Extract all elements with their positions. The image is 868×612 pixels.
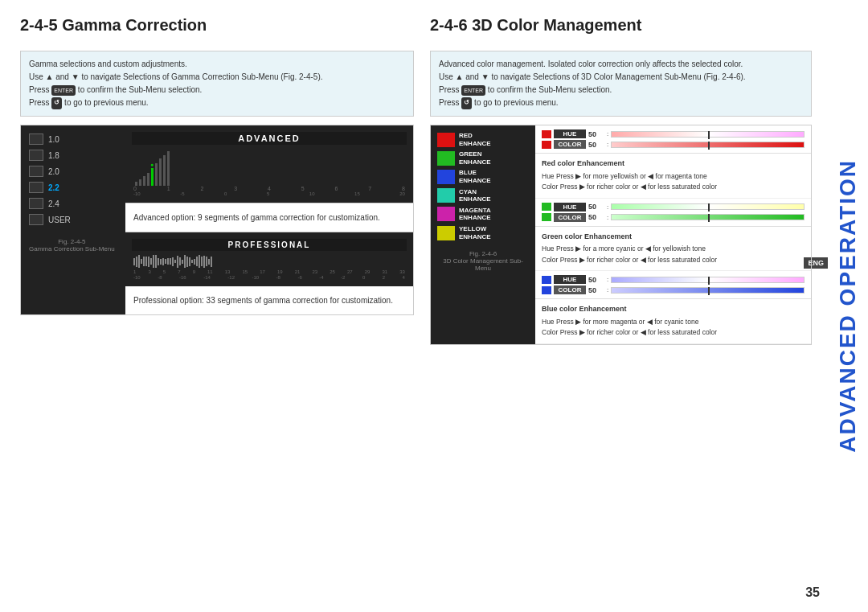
gamma-label-10: 1.0	[48, 135, 59, 144]
color-info-box: Advanced color management. Isolated colo…	[430, 51, 812, 117]
main-content: 2-4-5 Gamma Correction 2-4-6 3D Color Ma…	[0, 0, 828, 612]
blue-color-marker	[708, 287, 710, 295]
green-color-desc: Color Press ▶ for richer color or ◀ for …	[542, 255, 805, 266]
color-label-yellow: YELLOWENHANCE	[459, 225, 491, 240]
color-item-cyan[interactable]: CYANENHANCE	[437, 188, 529, 203]
green-indicator	[542, 203, 551, 211]
gamma-label-user: USER	[48, 216, 71, 224]
enter-icon: ENTER	[51, 85, 76, 96]
color-item-red[interactable]: REDENHANCE	[437, 132, 529, 147]
colon6: :	[607, 286, 608, 294]
green-desc-area: Green color Enhancement Hue Press ▶ for …	[535, 227, 811, 272]
right-section-title: 2-4-6 3D Color Management	[430, 16, 812, 35]
blue-hue-marker	[708, 277, 710, 285]
red-desc-title: Red color Enhancement	[542, 158, 805, 170]
color-swatch-cyan	[437, 188, 455, 203]
color-info-line4: Press ↺ to go to previous menu.	[439, 97, 803, 109]
green-hue-label: HUE	[554, 203, 586, 212]
professional-panel: PROFESSIONAL (function() { var bars = []…	[125, 232, 413, 286]
color-swatch-red	[437, 133, 455, 147]
color-item-magenta[interactable]: MAGENTAENHANCE	[437, 207, 529, 222]
color-item-green[interactable]: GREENENHANCE	[437, 150, 529, 166]
color-info-line2: Use ▲ and ▼ to navigate Selections of 3D…	[439, 71, 803, 84]
gamma-right: ADVANCED ●	[125, 125, 413, 314]
color-swatch-magenta	[437, 207, 455, 221]
color-label-red: REDENHANCE	[459, 132, 491, 147]
back-icon: ↺	[51, 97, 62, 109]
blue-color-label: COLOR	[554, 285, 586, 294]
professional-desc: Professional option: 33 segments of gamm…	[125, 286, 413, 314]
gamma-label-18: 1.8	[48, 151, 59, 160]
blue-indicator	[542, 276, 551, 284]
gamma-menu: 1.0 1.8 2.0 2.2	[21, 125, 125, 314]
green-hue-color-group: HUE 50 : COLOR 50 :	[535, 199, 811, 227]
color-back-icon: ↺	[461, 97, 472, 109]
gamma-item-20[interactable]: 2.0	[29, 166, 59, 177]
color-label-blue: BLUEENHANCE	[459, 169, 491, 184]
color-list: REDENHANCE GREENENHANCE BLUEENHANCE CYAN…	[431, 125, 535, 344]
blue-color-desc: Color Press ▶ for richer color or ◀ for …	[542, 327, 805, 339]
right-column: Advanced color management. Isolated colo…	[430, 51, 812, 345]
red-hue-desc: Hue Press ▶ for more yellowish or ◀ for …	[542, 171, 805, 183]
gamma-icon-10	[29, 133, 43, 145]
green-hue-marker	[708, 203, 710, 212]
gamma-icon-22	[29, 182, 43, 193]
gamma-label-24: 2.4	[48, 199, 59, 208]
blue-hue-value: 50	[588, 276, 604, 284]
gamma-item-22[interactable]: 2.2	[29, 182, 59, 193]
green-color-value: 50	[588, 213, 604, 221]
gamma-item-10[interactable]: 1.0	[29, 133, 59, 145]
blue-hue-color-group: HUE 50 : COLOR 50 :	[535, 271, 811, 299]
colon5: :	[607, 276, 608, 283]
advanced-box: ADVANCED ●	[125, 125, 413, 203]
gamma-info-line4: Press ↺ to go to previous menu.	[29, 97, 405, 109]
gamma-icon-user	[29, 214, 43, 225]
advanced-scale: 012345678	[132, 186, 407, 191]
blue-desc-title: Blue color Enhancement	[542, 304, 805, 315]
advanced-label: ADVANCED	[132, 132, 407, 145]
professional-box: PROFESSIONAL (function() { var bars = []…	[125, 232, 413, 286]
red-hue-label: HUE	[554, 129, 586, 138]
left-column: Gamma selections and custom adjustments.…	[20, 51, 414, 345]
gamma-item-user[interactable]: USER	[29, 214, 71, 225]
professional-label: PROFESSIONAL	[132, 239, 407, 251]
red-color-marker	[708, 142, 710, 150]
blue-color-indicator	[542, 286, 551, 294]
color-content: REDENHANCE GREENENHANCE BLUEENHANCE CYAN…	[430, 125, 812, 345]
blue-hue-label: HUE	[554, 275, 586, 284]
color-item-blue[interactable]: BLUEENHANCE	[437, 169, 529, 184]
blue-desc-area: Blue color Enhancement Hue Press ▶ for m…	[535, 299, 811, 344]
green-desc-title: Green color Enhancement	[542, 232, 805, 243]
gamma-icon-24	[29, 198, 43, 209]
color-controls: HUE 50 : COLOR 50 :	[535, 125, 811, 344]
gamma-icon-20	[29, 166, 43, 177]
red-color-desc: Color Press ▶ for richer color or ◀ for …	[542, 182, 805, 193]
red-hue-value: 50	[588, 130, 604, 138]
green-color-indicator	[542, 213, 551, 221]
color-swatch-yellow	[437, 226, 455, 240]
color-info-line1: Advanced color management. Isolated colo…	[439, 58, 803, 71]
gamma-item-18[interactable]: 1.8	[29, 150, 59, 161]
columns: Gamma selections and custom adjustments.…	[20, 51, 812, 345]
blue-hue-desc: Hue Press ▶ for more magenta or ◀ for cy…	[542, 317, 805, 328]
gamma-label-20: 2.0	[48, 167, 59, 176]
gamma-item-24[interactable]: 2.4	[29, 198, 59, 209]
green-color-label: COLOR	[554, 213, 586, 222]
colon1: :	[607, 130, 608, 138]
color-label-magenta: MAGENTAENHANCE	[459, 207, 491, 222]
red-color-label: COLOR	[554, 140, 586, 149]
gamma-info-box: Gamma selections and custom adjustments.…	[20, 51, 414, 117]
color-label-cyan: CYANENHANCE	[459, 188, 491, 203]
colon4: :	[607, 214, 608, 221]
color-label-green: GREENENHANCE	[459, 150, 491, 166]
red-color-value: 50	[588, 141, 604, 149]
side-label-text: ADVANCED OPERATION	[835, 159, 861, 453]
left-section-title: 2-4-5 Gamma Correction	[20, 16, 414, 35]
green-hue-desc: Hue Press ▶ for a more cyanic or ◀ for y…	[542, 244, 805, 255]
color-item-yellow[interactable]: YELLOWENHANCE	[437, 225, 529, 240]
color-info-line3: Press ENTER to confirm the Sub-Menu sele…	[439, 84, 803, 97]
colon2: :	[607, 141, 608, 148]
gamma-info-line1: Gamma selections and custom adjustments.	[29, 58, 405, 71]
gamma-icon-18	[29, 150, 43, 161]
color-fig-area: Fig. 2-4-6 3D Color Management Sub-Menu	[437, 250, 529, 272]
